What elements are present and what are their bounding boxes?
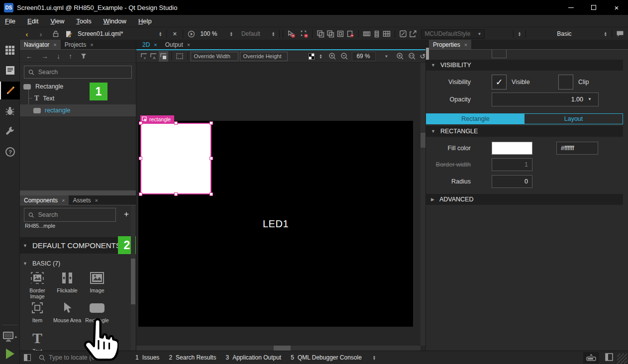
resize-handle-nw[interactable] [139, 121, 142, 125]
close-document-button[interactable]: × [170, 29, 180, 39]
run-button[interactable] [0, 345, 20, 362]
panes-spinner[interactable]: ▲▼ [371, 355, 377, 360]
tree-item-rectangle-selected[interactable]: rectangle [20, 104, 136, 116]
artboard-text-led1[interactable]: LED1 [263, 218, 289, 230]
menu-tools[interactable]: Tools [76, 17, 91, 25]
canvas-hscrollbar[interactable] [136, 346, 420, 351]
forward-button[interactable]: › [36, 29, 46, 39]
zoom-in-icon[interactable] [328, 51, 337, 62]
tab-close-icon[interactable]: × [62, 197, 65, 203]
fill-color-hex-input[interactable]: #ffffff [556, 142, 598, 155]
design-mode-button[interactable] [0, 82, 20, 99]
target-selector[interactable]: Default [241, 30, 260, 37]
debug-mode-button[interactable] [0, 102, 20, 119]
resize-handle-n[interactable] [174, 121, 178, 125]
rectangle-section-header[interactable]: ▼ RECTANGLE [426, 126, 623, 137]
resize-handle-sw[interactable] [139, 192, 142, 196]
selection-label[interactable]: rectangle [140, 115, 174, 123]
grid-view-icon[interactable] [382, 29, 392, 39]
chevron-down-icon[interactable]: ▼ [588, 97, 592, 101]
edit-document-icon[interactable] [64, 29, 74, 39]
canvas-zoom-level[interactable]: 69 % [352, 52, 375, 61]
zoom-all-icon[interactable] [395, 51, 405, 62]
welcome-mode-button[interactable] [0, 42, 20, 59]
resize-handle-w[interactable] [139, 157, 142, 160]
tab-projects[interactable]: Projects × [61, 40, 98, 49]
tree-item-text[interactable]: T Text [20, 92, 136, 104]
projects-mode-button[interactable] [0, 122, 20, 139]
output-panes-toggle[interactable] [605, 353, 613, 363]
zoom-out-icon[interactable] [339, 51, 349, 62]
run-zoom-level[interactable]: 100 % [200, 30, 217, 37]
back-button[interactable]: ‹ [22, 29, 32, 39]
components-search-input[interactable] [38, 211, 111, 218]
kit-selector[interactable]: Basic [557, 30, 571, 37]
document-spinner[interactable]: ▲▼ [157, 31, 163, 36]
navigator-search-input[interactable] [38, 69, 127, 76]
style-selector[interactable]: MCUDefaultStyle ▼ [421, 29, 485, 39]
scrollbar-handle[interactable] [274, 346, 291, 351]
current-document-label[interactable]: Screen01.ui.qml* [78, 30, 157, 37]
hbars-view-icon[interactable] [362, 29, 372, 39]
tab-close-icon[interactable]: × [90, 42, 93, 48]
maximize-button[interactable] [582, 0, 605, 15]
vlist-view-icon[interactable] [372, 29, 382, 39]
fill-color-swatch[interactable] [492, 142, 532, 155]
paste-icon[interactable] [325, 29, 335, 39]
add-module-button[interactable]: + [121, 209, 132, 220]
menu-edit[interactable]: Edit [27, 17, 38, 25]
window-resize-grip[interactable] [617, 354, 627, 364]
clip-checkbox[interactable] [558, 75, 573, 90]
edit-mode-button[interactable] [0, 62, 20, 79]
component-item[interactable]: Item [22, 300, 52, 323]
filter-icon[interactable] [81, 53, 87, 59]
reset-view-icon[interactable]: ↺ [419, 52, 425, 60]
components-search[interactable] [24, 208, 116, 222]
component-flickable[interactable]: Flickable [52, 270, 82, 293]
edit-style-icon[interactable] [398, 29, 408, 39]
components-scrollbar[interactable] [131, 205, 135, 351]
kit-spinner[interactable]: ▲▼ [603, 31, 609, 36]
background-spinner[interactable]: ▲▼ [317, 54, 323, 59]
minimize-button[interactable] [559, 0, 582, 15]
resize-handle-ne[interactable] [209, 121, 213, 125]
copy-icon[interactable] [315, 29, 325, 39]
run-zoom-icon[interactable] [186, 29, 196, 39]
override-height-input[interactable] [240, 52, 288, 61]
comment-icon[interactable] [615, 29, 625, 39]
lock-icon[interactable] [51, 29, 61, 39]
move-right-icon[interactable]: → [41, 52, 48, 60]
component-mouse-area[interactable]: Mouse Area [52, 300, 82, 323]
zoom-dropdown-icon[interactable]: ▼ [385, 54, 389, 59]
export-style-icon[interactable] [408, 29, 418, 39]
override-width-input[interactable] [191, 52, 238, 61]
module-label[interactable]: RH85...mple [25, 223, 55, 229]
menu-window[interactable]: Window [104, 17, 126, 25]
build-progress-button[interactable] [583, 352, 599, 364]
snap-dashed-rect-icon[interactable] [175, 51, 184, 62]
subtab-layout[interactable]: Layout [524, 114, 623, 124]
radius-input[interactable]: 0 [492, 175, 532, 188]
annotate-cursor-icon[interactable] [286, 29, 296, 39]
tab-close-icon[interactable]: × [154, 42, 157, 48]
panel-splitter[interactable] [20, 190, 136, 195]
show-bounds-x-icon[interactable]: x [139, 51, 149, 62]
border-width-input[interactable]: 1 [492, 158, 532, 171]
show-bounds-fill-icon[interactable] [159, 51, 168, 62]
duplicate-icon[interactable] [335, 29, 345, 39]
menu-file[interactable]: File [5, 17, 15, 25]
help-mode-button[interactable]: ? [0, 143, 20, 160]
menu-view[interactable]: View [50, 17, 64, 25]
pane-qml-debugger-console[interactable]: 5 QML Debugger Console [291, 354, 362, 361]
tree-item-rectangle-root[interactable]: Rectangle [20, 81, 136, 92]
component-image[interactable]: Image [82, 270, 112, 293]
background-swatch[interactable] [309, 53, 314, 60]
delete-item-icon[interactable] [345, 29, 355, 39]
tab-assets[interactable]: Assets × [69, 195, 102, 205]
selection-mode-icon[interactable] [299, 29, 309, 39]
visibility-section-header[interactable]: ▼ VISIBILITY [426, 60, 623, 71]
close-button[interactable]: × [605, 0, 628, 15]
workspace-spinner[interactable]: ▲▼ [517, 31, 523, 36]
advanced-section-header[interactable]: ▶ ADVANCED [426, 194, 623, 205]
pane-search-results[interactable]: 2 Search Results [169, 354, 216, 361]
